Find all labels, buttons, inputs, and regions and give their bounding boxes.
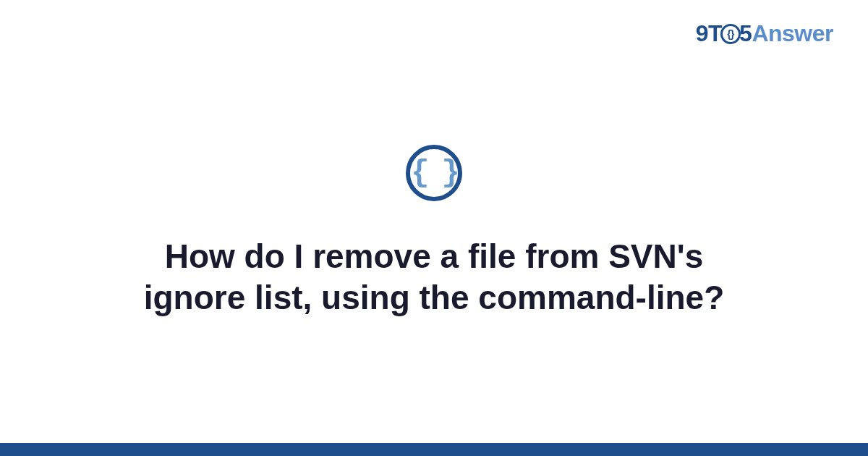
footer-accent-bar <box>0 443 868 456</box>
code-braces-icon: { } <box>411 156 457 190</box>
category-icon-circle: { } <box>406 145 462 201</box>
main-content: { } How do I remove a file from SVN's ig… <box>0 0 868 442</box>
question-title: How do I remove a file from SVN's ignore… <box>87 236 781 319</box>
